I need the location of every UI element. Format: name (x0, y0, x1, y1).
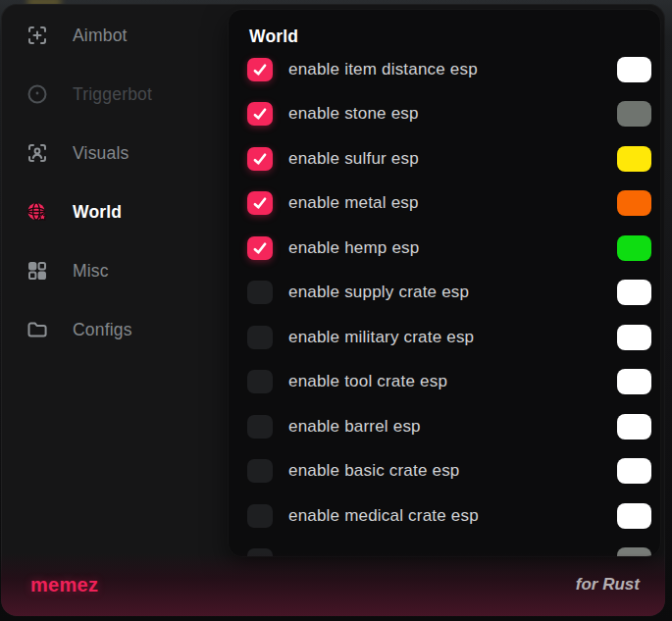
brand-logo: memez (30, 574, 98, 596)
esp-option-list: enable item distance espenable stone esp… (229, 47, 660, 556)
esp-option-label: enable supply crate esp (288, 283, 617, 302)
color-swatch[interactable] (617, 414, 651, 440)
color-swatch[interactable] (617, 369, 651, 394)
esp-option-row: enable item distance esp (229, 47, 660, 92)
esp-option-row: enable stone esp (229, 92, 660, 137)
sidebar-item-label: World (73, 202, 122, 223)
esp-option-label: enable stone esp (288, 104, 617, 124)
cheat-menu-window: Aimbot Triggerbot Visuals World Misc Con… (1, 4, 665, 616)
esp-option-row: enable metal esp (229, 181, 660, 227)
sidebar-item-label: Configs (73, 320, 132, 340)
sidebar-item-label: Triggerbot (73, 84, 152, 105)
esp-checkbox[interactable] (247, 147, 273, 171)
sidebar-item-configs[interactable]: Configs (1, 300, 229, 359)
esp-option-label: enable medical crate esp (288, 506, 617, 526)
esp-option-row: enable hemp esp (229, 226, 660, 271)
trigger-icon (26, 82, 49, 106)
esp-checkbox[interactable] (247, 504, 273, 528)
globe-star-icon (26, 200, 49, 224)
esp-option-row: enable tool crate esp (229, 360, 660, 405)
color-swatch[interactable] (617, 146, 651, 172)
sidebar-item-triggerbot[interactable]: Triggerbot (1, 65, 229, 124)
esp-checkbox[interactable] (247, 191, 273, 215)
esp-option-row: enable military crate esp (229, 315, 660, 360)
brand-suffix: for Rust (576, 575, 640, 595)
esp-option-row: enable sulfur esp (229, 136, 660, 181)
color-swatch[interactable] (617, 280, 651, 305)
esp-checkbox[interactable] (247, 415, 273, 439)
color-swatch[interactable] (617, 190, 651, 216)
esp-checkbox[interactable] (247, 459, 273, 483)
grid-icon (26, 259, 49, 283)
color-swatch[interactable] (617, 503, 651, 529)
sidebar-item-label: Aimbot (73, 26, 128, 46)
esp-option-label: enable metal esp (288, 193, 617, 213)
color-swatch[interactable] (617, 101, 651, 127)
world-panel: World enable item distance espenable sto… (229, 10, 660, 556)
esp-option-label: enable hemp esp (288, 238, 617, 258)
esp-option-row: enable medical crate esp (229, 493, 660, 539)
esp-option-label: enable military crate esp (288, 328, 617, 347)
person-scan-icon (26, 141, 49, 165)
esp-checkbox[interactable] (247, 102, 273, 126)
esp-option-row: enable supply crate esp (229, 271, 660, 316)
sidebar-item-world[interactable]: World (1, 182, 229, 241)
esp-option-label: enable barrel esp (288, 417, 617, 437)
esp-option-label: enable sulfur esp (288, 149, 617, 169)
sidebar-item-label: Misc (73, 261, 109, 282)
esp-option-label: enable tool crate esp (288, 372, 617, 391)
sidebar-item-misc[interactable]: Misc (1, 241, 229, 300)
esp-checkbox[interactable] (247, 281, 273, 304)
sidebar-item-aimbot[interactable]: Aimbot (1, 6, 229, 65)
folder-icon (26, 318, 49, 341)
sidebar: Aimbot Triggerbot Visuals World Misc Con… (1, 6, 229, 359)
esp-option-label: enable item distance esp (288, 60, 617, 79)
footer-bar: memez for Rust (1, 553, 665, 616)
color-swatch[interactable] (617, 57, 651, 82)
esp-option-row: enable basic crate esp (229, 449, 660, 494)
sidebar-item-label: Visuals (73, 143, 129, 164)
crosshair-icon (26, 24, 49, 47)
esp-checkbox[interactable] (247, 326, 273, 349)
color-swatch[interactable] (617, 235, 651, 261)
esp-checkbox[interactable] (247, 236, 273, 260)
esp-option-row: enable barrel esp (229, 404, 660, 449)
panel-title: World (249, 26, 660, 47)
esp-checkbox[interactable] (247, 58, 273, 81)
color-swatch[interactable] (617, 325, 651, 350)
color-swatch[interactable] (617, 458, 651, 484)
esp-checkbox[interactable] (247, 370, 273, 393)
sidebar-item-visuals[interactable]: Visuals (1, 124, 229, 182)
esp-option-label: enable basic crate esp (288, 461, 617, 481)
